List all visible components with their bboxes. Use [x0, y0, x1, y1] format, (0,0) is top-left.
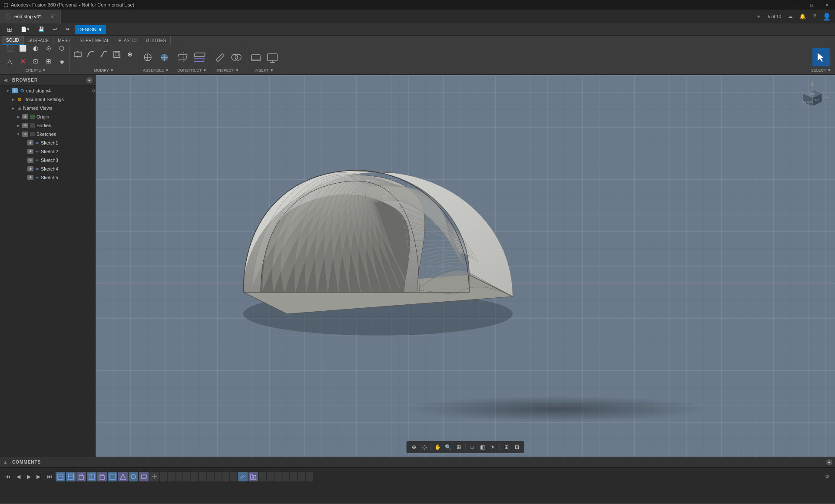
loft-button[interactable]: ⬡	[56, 42, 68, 54]
tree-root-settings[interactable]: ⚙	[91, 89, 95, 93]
tree-item-doc-settings[interactable]: ▶ ⚙ Document Settings	[0, 95, 95, 104]
insert-label[interactable]: INSERT ▼	[255, 68, 274, 72]
assemble-label[interactable]: ASSEMBLE ▼	[143, 68, 169, 72]
timeline-item-14[interactable]	[191, 472, 198, 481]
file-menu-button[interactable]: 📄▾	[17, 25, 33, 34]
redo-button[interactable]: ↪	[62, 25, 73, 34]
timeline-item-26[interactable]	[290, 472, 297, 481]
tree-item-sketches[interactable]: ▼ 👁 Sketches	[0, 130, 95, 138]
timeline-item-6[interactable]	[118, 472, 128, 481]
tree-expand-doc-settings[interactable]: ▶	[10, 97, 16, 102]
tree-item-sketch3[interactable]: ▶ 👁 ✏ Sketch3	[0, 156, 95, 165]
save-button[interactable]: 💾	[35, 25, 48, 34]
timeline-item-21[interactable]	[249, 472, 258, 481]
tree-eye-sketch4[interactable]: 👁	[27, 166, 33, 171]
pan-button[interactable]: ✋	[433, 442, 443, 452]
tab-end-stop-v4[interactable]: ⬛ end stop v4* ✕	[0, 10, 61, 23]
tree-eye-sketch1[interactable]: 👁	[27, 140, 33, 145]
construct-label[interactable]: CONSTRUCT ▼	[177, 68, 207, 72]
timeline-item-28[interactable]	[306, 472, 313, 481]
timeline-end-button[interactable]: ⏭	[45, 472, 54, 481]
joint-button[interactable]	[140, 48, 156, 66]
visual-style-button[interactable]: ◧	[478, 442, 487, 452]
browser-settings-button[interactable]: ●	[86, 77, 93, 83]
mirror-button[interactable]: ⊡	[30, 55, 42, 67]
comments-collapse-button[interactable]: ▲	[3, 459, 9, 465]
tree-item-bodies[interactable]: ▶ 👁 Bodies	[0, 121, 95, 130]
midplane-button[interactable]	[192, 48, 208, 66]
offset-plane-button[interactable]	[176, 48, 192, 66]
tree-item-origin[interactable]: ▶ 👁 Origin	[0, 112, 95, 121]
timeline-item-8[interactable]	[139, 472, 149, 481]
pattern-button[interactable]: ⊞	[43, 55, 55, 67]
grid-menu-button[interactable]: ⊞	[3, 25, 16, 34]
timeline-item-0[interactable]	[56, 472, 65, 481]
tab-sheet-metal[interactable]: SHEET METAL	[75, 36, 114, 45]
tree-eye-origin[interactable]: 👁	[22, 114, 28, 119]
maximize-button[interactable]: □	[804, 0, 819, 10]
timeline-item-5[interactable]	[108, 472, 117, 481]
tab-close-button[interactable]: ✕	[49, 13, 55, 20]
canvas-button[interactable]	[265, 48, 280, 66]
press-pull-button[interactable]	[72, 48, 84, 60]
timeline-item-24[interactable]	[275, 472, 282, 481]
timeline-item-10[interactable]	[160, 472, 167, 481]
close-button[interactable]: ✕	[819, 0, 835, 10]
freeform-button[interactable]: ◈	[56, 55, 68, 67]
fillet-button[interactable]	[85, 48, 97, 60]
help-button[interactable]: ?	[810, 12, 819, 21]
more-modify[interactable]: ⊕	[124, 48, 136, 60]
extrude-button[interactable]: ⬜	[17, 42, 29, 54]
tree-expand-bodies[interactable]: ▶	[16, 123, 21, 128]
timeline-settings-button[interactable]: ⚙	[823, 472, 832, 481]
timeline-item-25[interactable]	[282, 472, 289, 481]
cloud-save-button[interactable]: ☁	[785, 12, 795, 21]
tab-utilities[interactable]: UTILITIES	[141, 36, 171, 45]
timeline-item-27[interactable]	[298, 472, 305, 481]
timeline-item-9[interactable]	[149, 472, 159, 481]
snap-button[interactable]: ⊡	[512, 442, 522, 452]
timeline-item-12[interactable]	[176, 472, 182, 481]
delete-button[interactable]: ✕	[17, 55, 29, 67]
timeline-item-20[interactable]	[238, 472, 248, 481]
tree-item-sketch1[interactable]: ▶ 👁 ✏ Sketch1	[0, 138, 95, 147]
minimize-button[interactable]: ─	[788, 0, 804, 10]
new-component-button[interactable]: ⬛	[3, 42, 16, 54]
shell-button[interactable]	[111, 48, 123, 60]
orbit-button[interactable]: ⊕	[409, 442, 419, 452]
sweep-button[interactable]: ⊙	[43, 42, 55, 54]
nav-cube[interactable]: N FRONT RIGHT TOP	[795, 80, 830, 115]
tree-eye-sketches[interactable]: 👁	[22, 132, 28, 137]
grid-button[interactable]: ⊞	[502, 442, 511, 452]
timeline-prev-button[interactable]: ◀	[14, 472, 23, 481]
tree-expand-sketches[interactable]: ▼	[16, 132, 21, 137]
timeline-next-button[interactable]: ▶|	[35, 472, 43, 481]
select-label[interactable]: SELECT ▼	[811, 68, 831, 72]
timeline-item-11[interactable]	[168, 472, 175, 481]
timeline-item-17[interactable]	[215, 472, 222, 481]
zoom-fit-button[interactable]: ⊞	[454, 442, 464, 452]
browser-collapse-button[interactable]: ◀	[3, 77, 9, 83]
tree-expand-named-views[interactable]: ▶	[10, 105, 16, 111]
timeline-item-3[interactable]	[87, 472, 96, 481]
tree-eye-root[interactable]: 👁	[12, 88, 18, 93]
timeline-item-4[interactable]	[97, 472, 107, 481]
zoom-button[interactable]: 🔍	[444, 442, 453, 452]
tree-item-sketch2[interactable]: ▶ 👁 ✏ Sketch2	[0, 147, 95, 156]
tree-eye-sketch2[interactable]: 👁	[27, 149, 33, 154]
timeline-start-button[interactable]: ⏮	[3, 472, 12, 481]
timeline-item-2[interactable]	[76, 472, 86, 481]
modify-label[interactable]: MODIFY ▼	[94, 68, 114, 72]
timeline-item-7[interactable]	[129, 472, 138, 481]
revolve-button[interactable]: ◐	[30, 42, 42, 54]
select-button[interactable]	[812, 48, 830, 66]
timeline-item-22[interactable]	[259, 472, 266, 481]
comments-settings-button[interactable]: ●	[826, 459, 832, 465]
add-tab-button[interactable]: +	[754, 12, 763, 21]
tree-item-sketch4[interactable]: ▶ 👁 ✏ Sketch4	[0, 165, 95, 173]
timeline-item-15[interactable]	[199, 472, 206, 481]
timeline-play-button[interactable]: ▶	[24, 472, 33, 481]
tree-eye-sketch5[interactable]: 👁	[27, 175, 33, 180]
coil-button[interactable]: △	[3, 55, 16, 67]
timeline-item-16[interactable]	[207, 472, 214, 481]
